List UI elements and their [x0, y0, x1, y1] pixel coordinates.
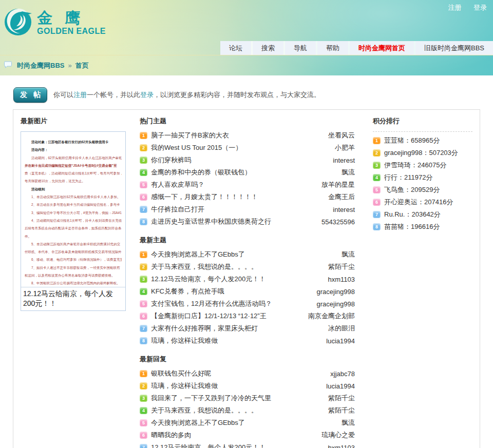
ranking-user-link[interactable]: 荳荳猪：658965分 [384, 136, 440, 145]
topic-title-link[interactable]: 琉璃，你这样让我难做 [151, 381, 321, 391]
topic-author-link[interactable]: 琉璃心之爱 [321, 431, 355, 440]
register-link[interactable]: 注册 [448, 4, 461, 11]
nav-tab-旧版时尚金鹰网BBS[interactable]: 旧版时尚金鹰网BBS [415, 41, 493, 55]
thumbnail-text-line: 件。 [25, 232, 122, 240]
breadcrumb-site-link[interactable]: 时尚金鹰网BBS [17, 61, 64, 70]
notice-text-segment: 一个帐号，并以此 [87, 91, 140, 99]
topic-title-link[interactable]: 12.12马云给南京，每个人发200元！！ [151, 275, 323, 284]
topic-title-link[interactable]: 走进历史与童话世界中秋国庆德奥荷之行 [151, 217, 316, 226]
topic-author-link[interactable]: 554325596 [321, 218, 355, 226]
thumbnail-text-line: 活动内容： [25, 146, 122, 153]
topic-title-link[interactable]: 琉璃，你这样让我难做 [151, 336, 321, 345]
notice-注册-link[interactable]: 注册 [73, 91, 87, 99]
thumbnail-text-line: 活动期间，62开头银联信用卡持卡人本人在江苏地区商户单笔 [25, 154, 122, 162]
ranking-row: 5飞鸟鱼：209529分 [373, 184, 472, 196]
ranking-user-link[interactable]: 开心迎奥运：207416分 [384, 198, 453, 207]
topic-author-link[interactable]: lucia1994 [326, 337, 355, 345]
main-nav-strip: 论坛搜索导航帮助时尚金鹰网首页旧版时尚金鹰网BBS [0, 41, 493, 55]
main-nav: 论坛搜索导航帮助时尚金鹰网首页旧版时尚金鹰网BBS [220, 41, 493, 55]
topic-title-link[interactable]: 牛仔裤拉自己打开 [151, 205, 328, 214]
ranking-user-link[interactable]: 苗苗猪：196616分 [384, 222, 440, 231]
section-最新主题: 最新主题1今天搜狗浏览器上不了GEbbs了飘流2关于马来西亚，我想说的是。。。。… [140, 236, 355, 347]
ranking-user-link[interactable]: Ru.Ru.：203642分 [384, 210, 441, 219]
ranking-user-link[interactable]: 飞鸟鱼：209529分 [384, 185, 440, 194]
notice-登录-link[interactable]: 登录 [140, 91, 154, 99]
nav-tab-帮助[interactable]: 帮助 [317, 41, 348, 55]
topic-row: 312.12马云给南京，每个人发200元！！hxm1103 [140, 273, 355, 285]
topic-author-link[interactable]: hxm1103 [328, 444, 355, 448]
topic-title-link[interactable]: 支付宝钱包，12月还有什么优惠活动吗？ [151, 299, 312, 308]
topic-title-link[interactable]: 你们穿秋裤吗 [151, 155, 328, 165]
ranking-user-link[interactable]: 行行：211972分 [384, 173, 432, 182]
topic-title-link[interactable]: 今天搜狗浏览器上不了GEbbs了 [151, 250, 336, 259]
topic-title-link[interactable]: 大家有什么好推荐啊，家里床头柜灯 [151, 324, 323, 333]
topic-author-link[interactable]: 飘流 [342, 250, 355, 259]
rank-number-8-icon: 8 [373, 223, 381, 230]
topic-title-link[interactable]: 今天搜狗浏览器上不了GEbbs了 [151, 418, 336, 427]
topic-title-link[interactable]: 我的West US Tour 2015（一） [151, 143, 330, 152]
topic-author-link[interactable]: 紫陌千尘 [328, 262, 355, 271]
nav-tab-导航[interactable]: 导航 [285, 41, 316, 55]
latest-images-title: 最新图片 [21, 117, 126, 125]
thumbnail-text-line: 2、本活动首次参与需在刷卡当日成功编辑短信报名，参与卡 [25, 201, 122, 208]
topic-author-link[interactable]: lucia1994 [326, 382, 355, 390]
topic-author-link[interactable]: 冰的眼泪 [328, 324, 355, 333]
topic-author-link[interactable]: 小肥羊 [335, 143, 355, 152]
topic-author-link[interactable]: interest [333, 157, 355, 164]
login-link[interactable]: 登录 [473, 4, 487, 11]
rank-number-2-icon: 2 [373, 149, 381, 157]
topic-author-link[interactable]: 坐看风云 [328, 131, 355, 140]
topic-author-link[interactable]: 紫陌千尘 [328, 406, 355, 415]
topic-title-link[interactable]: KFC兑餐券，有点抢手哦 [151, 287, 312, 296]
rank-number-4-icon: 4 [373, 174, 381, 181]
topic-title-link[interactable]: 感慨一下，月嫂太贵了！！！！！！ [151, 192, 323, 202]
latest-image-caption-link[interactable]: 12.12马云给南京，每个人发200元！！ [21, 287, 125, 310]
topic-title-link[interactable]: 12.12马云给南京，每个人发200元！！ [151, 443, 323, 448]
breadcrumb-page-link[interactable]: 首页 [75, 61, 89, 70]
latest-image-thumbnail[interactable]: 活动对象：江苏地区各银行发行的62开头银联信用卡活动内容：活动期间，62开头银联… [21, 131, 126, 311]
topic-title-link[interactable]: 我回来了，一下子又跌到了冷冷的天气里 [151, 394, 323, 403]
topic-title-link[interactable]: 关于马来西亚，我想说的是。。。。 [151, 406, 323, 415]
site-logo[interactable]: 金 鹰 GOLDEN EAGLE [3, 7, 106, 39]
topic-row: 1脑子一抽买了件B家的大衣坐看风云 [140, 129, 355, 142]
thumbnail-text-line: 后续每月系统会自动匹配该卡是否符合条件，如系统匹配到符合条 [25, 224, 122, 232]
topic-title-link[interactable]: 关于马来西亚，我想说的是。。。。 [151, 262, 323, 271]
topic-number-6-icon: 6 [140, 193, 147, 201]
topic-row: 7大家有什么好推荐啊，家里床头柜灯冰的眼泪 [140, 322, 355, 335]
topic-title-link[interactable]: 金鹰的券和中央的券（银联钱包） [151, 168, 336, 177]
rank-number-1-icon: 1 [373, 137, 381, 144]
topic-author-link[interactable]: 放羊的星星 [321, 180, 355, 189]
post-button[interactable]: 发 帖 [13, 87, 47, 103]
topic-author-link[interactable]: hxm1103 [328, 276, 355, 283]
topic-title-link[interactable]: 【金鹰新街口店】12/1-12/13 “12·12”王 [151, 311, 303, 321]
topic-row: 712.12马云给南京，每个人发200元！！hxm1103 [140, 441, 355, 448]
topic-number-5-icon: 5 [140, 419, 147, 426]
section-title: 最新主题 [140, 236, 355, 244]
topic-author-link[interactable]: gracejing998 [317, 288, 355, 296]
ranking-user-link[interactable]: 伊雪琦琦：246075分 [384, 161, 446, 170]
topic-author-link[interactable]: 金鹰王后 [328, 192, 355, 202]
thumbnail-text-line: 付联机、本代本、非江苏收单及未能银联联机核实交易等情况除外）， [25, 248, 122, 256]
topic-number-7-icon: 7 [140, 325, 147, 332]
ranking-user-link[interactable]: gracejing998：507203分 [384, 148, 458, 158]
topic-title-link[interactable]: 银联钱包买什么好呢 [151, 369, 325, 378]
topic-number-6-icon: 6 [140, 432, 147, 439]
topic-title-link[interactable]: 有人喜欢皮草吗？ [151, 180, 316, 189]
topic-author-link[interactable]: 南京金鹰企划部 [308, 311, 355, 321]
nav-tab-时尚金鹰网首页[interactable]: 时尚金鹰网首页 [350, 41, 414, 55]
topic-title-link[interactable]: 晒晒我的多肉 [151, 431, 316, 440]
topic-author-link[interactable]: xjjabc78 [330, 370, 355, 378]
nav-tab-搜索[interactable]: 搜索 [253, 41, 283, 55]
section-热门主题: 热门主题1脑子一抽买了件B家的大衣坐看风云2我的West US Tour 201… [140, 117, 355, 228]
thumbnail-text-line: 并在刷卡当日成功编辑指定短信“JSA#卡号后8位#交易金额”至 [25, 162, 122, 169]
topic-author-link[interactable]: 紫陌千尘 [328, 394, 355, 403]
nav-tab-论坛[interactable]: 论坛 [220, 41, 251, 55]
topic-number-8-icon: 8 [140, 337, 147, 344]
topic-title-link[interactable]: 脑子一抽买了件B家的大衣 [151, 131, 323, 140]
topic-row: 3我回来了，一下子又跌到了冷冷的天气里紫陌千尘 [140, 392, 355, 404]
topic-author-link[interactable]: 飘流 [342, 418, 355, 427]
logo-en-text: GOLDEN EAGLE [37, 27, 106, 36]
topic-author-link[interactable]: gracejing998 [317, 300, 355, 308]
topic-author-link[interactable]: interest [333, 206, 355, 213]
topic-author-link[interactable]: 飘流 [342, 168, 355, 177]
